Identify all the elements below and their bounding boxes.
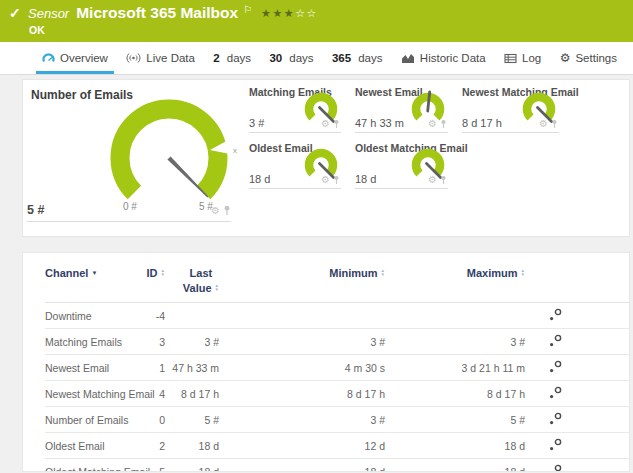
mini-gauge-value: 3 # [249,117,264,129]
tab-label: days [227,52,251,64]
mini-gauge-value: 47 h 33 m [355,117,404,129]
main-gauge-value: 5 # [27,203,44,217]
gear-icon[interactable]: ⚙ [539,119,548,129]
gear-icon[interactable]: ⚙ [211,206,220,216]
tab-number: 30 [269,52,282,64]
mini-gauge-value: 8 d 17 h [462,117,502,129]
minimum-value: 12 d [219,440,385,452]
tab-label: days [358,52,382,64]
sensor-header: ✓ SensorMicrosoft 365 Mailbox⚐★★★☆☆ OK [0,0,633,42]
settings-gear-icon: ⚙ [560,52,571,64]
flag-icon[interactable]: ⚐ [243,4,252,15]
maximum-value: 18 d [385,466,525,473]
last-value: 8 d 17 h [165,388,219,400]
object-kind-label: Sensor [28,6,69,21]
pin-icon[interactable] [333,119,340,129]
mini-gauge-newest-matching-email: Newest Matching Email 8 d 17 h ⚙ [462,86,559,133]
maximum-value: 8 d 17 h [385,388,525,400]
channel-id: 4 [147,388,165,400]
last-value: 5 # [165,414,219,426]
pin-icon[interactable] [333,175,340,185]
table-row-oldest-matching-email[interactable]: Oldest Matching Email 5 18 d 18 d 18 d [45,459,629,472]
column-header-channel[interactable]: Channel▼ [45,267,97,279]
channel-table: Channel▼ ID▲▼ LastValue▲▼ Minimum▲▼ Maxi… [22,252,630,472]
channel-settings-wrench-icon[interactable] [549,412,562,427]
gear-icon[interactable]: ⚙ [428,175,437,185]
status-check-icon: ✓ [9,5,21,21]
sort-desc-icon: ▼ [91,270,97,276]
tab-overview[interactable]: Overview [36,42,114,74]
column-header-minimum[interactable]: Minimum▲▼ [329,267,385,279]
channel-name: Newest Email [45,362,147,374]
gear-icon[interactable]: ⚙ [321,119,330,129]
log-icon [504,53,517,64]
channel-name: Downtime [45,310,147,322]
channel-name: Matching Emails [45,336,147,348]
maximum-value: 18 d [385,440,525,452]
minimum-value: 8 d 17 h [219,388,385,400]
gauge-marker-label: x [233,146,237,155]
maximum-value: 3 d 21 h 11 m [385,362,525,374]
last-value: 18 d [165,466,219,473]
table-row-newest-email[interactable]: Newest Email 1 47 h 33 m 4 m 30 s 3 d 21… [45,355,629,381]
tab-log[interactable]: Log [498,42,547,74]
sort-icons: ▲▼ [215,284,219,292]
tab-label: Settings [575,52,617,64]
pin-icon[interactable] [551,119,558,129]
channel-settings-wrench-icon[interactable] [549,386,562,401]
table-row-newest-matching-email[interactable]: Newest Matching Email 4 8 d 17 h 8 d 17 … [45,381,629,407]
minimum-value: 4 m 30 s [219,362,385,374]
content-area: Number of Emails x 5 # 0 # 5 # ⚙ Matchin… [0,75,633,472]
gauge-needle [428,92,430,111]
mini-gauge-value: 18 d [249,173,270,185]
table-row-number-of-emails[interactable]: Number of Emails 0 5 # 3 # 5 # [45,407,629,433]
channel-name: Number of Emails [45,414,147,426]
column-header-last-value[interactable]: LastValue▲▼ [183,267,219,294]
tab-2-days[interactable]: 2 days [207,42,257,74]
main-gauge-panel: Number of Emails x 5 # 0 # 5 # ⚙ [23,86,241,228]
last-value: 18 d [165,440,219,452]
main-gauge-icon: x [89,94,249,206]
channel-settings-wrench-icon[interactable] [549,360,562,375]
priority-stars[interactable]: ★★★☆☆ [261,7,318,19]
tab-live-data[interactable]: Live Data [120,42,201,74]
channel-name: Oldest Email [45,440,147,452]
tab-historic-data[interactable]: Historic Data [395,42,492,74]
mini-gauge-oldest-email: Oldest Email 18 d ⚙ [249,142,341,189]
tab-label: Overview [60,52,108,64]
minimum-value: 3 # [219,414,385,426]
mini-gauge-grid: Matching Emails 3 # ⚙ Newest Email [249,86,559,189]
gear-icon[interactable]: ⚙ [428,119,437,129]
channel-id: 2 [147,440,165,452]
gauge-needle [167,156,208,197]
pin-icon[interactable] [223,205,231,216]
tab-30-days[interactable]: 30 days [263,42,319,74]
mini-gauge-value: 18 d [355,173,376,185]
stars-empty[interactable]: ☆☆ [295,7,318,19]
table-row-matching-emails[interactable]: Matching Emails 3 3 # 3 # 3 # [45,329,629,355]
divider [27,221,231,222]
minimum-value: 18 d [219,466,385,473]
channel-name: Newest Matching Email [45,388,147,400]
historic-data-icon [401,52,415,64]
channel-id: 5 [147,466,165,473]
column-header-id[interactable]: ID▲▼ [147,267,165,279]
table-header-row: Channel▼ ID▲▼ LastValue▲▼ Minimum▲▼ Maxi… [45,265,629,303]
channel-settings-wrench-icon[interactable] [549,464,562,472]
channel-settings-wrench-icon[interactable] [549,308,562,323]
pin-icon[interactable] [440,119,447,129]
tab-label: days [289,52,313,64]
last-value: 3 # [165,336,219,348]
table-row-oldest-email[interactable]: Oldest Email 2 18 d 12 d 18 d [45,433,629,459]
channel-id: -4 [147,310,165,322]
mini-gauge-oldest-matching-email: Oldest Matching Email 18 d ⚙ [355,142,448,189]
tab-365-days[interactable]: 365 days [326,42,388,74]
channel-settings-wrench-icon[interactable] [549,334,562,349]
stars-filled[interactable]: ★★★ [261,7,295,19]
tab-settings[interactable]: ⚙ Settings [554,42,623,74]
table-row-downtime[interactable]: Downtime -4 [45,303,629,329]
gear-icon[interactable]: ⚙ [321,175,330,185]
channel-settings-wrench-icon[interactable] [549,438,562,453]
pin-icon[interactable] [440,175,447,185]
column-header-maximum[interactable]: Maximum▲▼ [467,267,525,279]
